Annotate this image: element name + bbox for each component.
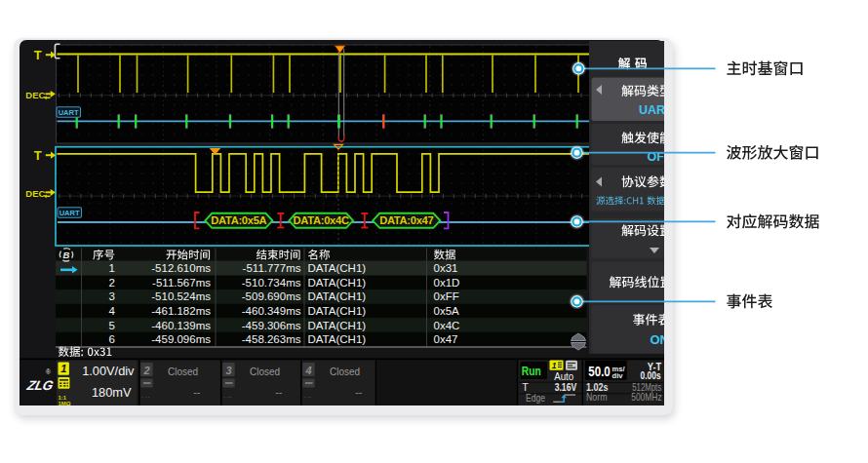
svg-text:4: 4 bbox=[304, 364, 311, 375]
svg-text:0x4C: 0x4C bbox=[434, 319, 460, 330]
svg-text:DATA(CH1): DATA(CH1) bbox=[308, 262, 367, 274]
svg-text:-512.610ms: -512.610ms bbox=[151, 262, 211, 274]
svg-text:1: 1 bbox=[552, 361, 557, 370]
svg-text:4: 4 bbox=[109, 305, 116, 317]
svg-text:3: 3 bbox=[109, 290, 115, 302]
svg-text:-459.096ms: -459.096ms bbox=[151, 333, 211, 345]
svg-text:OFF: OFF bbox=[648, 149, 665, 163]
svg-text:DATA(CH1): DATA(CH1) bbox=[308, 333, 367, 345]
svg-text:UART: UART bbox=[639, 103, 664, 117]
svg-text:--: -- bbox=[275, 386, 283, 398]
svg-text:-460.349ms: -460.349ms bbox=[242, 305, 301, 317]
svg-text:-510.734ms: -510.734ms bbox=[242, 276, 301, 288]
svg-text:5: 5 bbox=[109, 319, 115, 330]
svg-text:DATA:0x4C: DATA:0x4C bbox=[294, 214, 349, 226]
svg-text:Closed: Closed bbox=[168, 365, 198, 376]
svg-text:--: -- bbox=[193, 386, 201, 398]
svg-text:--: -- bbox=[355, 386, 363, 398]
svg-text:0x31: 0x31 bbox=[434, 262, 458, 274]
svg-text:500MHz: 500MHz bbox=[631, 391, 662, 403]
svg-text:1MΩ: 1MΩ bbox=[59, 400, 71, 405]
svg-text:Run: Run bbox=[522, 364, 541, 378]
svg-text:3: 3 bbox=[225, 364, 231, 375]
svg-text:DATA(CH1): DATA(CH1) bbox=[308, 290, 367, 302]
svg-text:· ··: · ·· bbox=[141, 393, 149, 400]
svg-text:DATA(CH1): DATA(CH1) bbox=[308, 319, 367, 330]
svg-text:-459.306ms: -459.306ms bbox=[242, 319, 301, 330]
svg-text:0x1D: 0x1D bbox=[434, 276, 460, 288]
svg-text:Edge: Edge bbox=[526, 392, 545, 404]
svg-text:T: T bbox=[34, 47, 42, 61]
svg-text:0xFF: 0xFF bbox=[434, 290, 459, 302]
svg-text:180mV: 180mV bbox=[92, 385, 132, 400]
svg-text:T: T bbox=[34, 147, 42, 162]
svg-text:· ··: · ·· bbox=[303, 393, 311, 400]
svg-text:-461.182ms: -461.182ms bbox=[151, 305, 211, 317]
svg-text:3.16V: 3.16V bbox=[555, 381, 577, 393]
svg-text:-510.524ms: -510.524ms bbox=[151, 290, 211, 302]
svg-text:ON: ON bbox=[651, 332, 665, 347]
svg-text:DEC: DEC bbox=[25, 187, 45, 198]
svg-text:Closed: Closed bbox=[250, 365, 280, 376]
svg-text:Norm: Norm bbox=[586, 391, 608, 403]
svg-text:2: 2 bbox=[109, 276, 115, 288]
svg-text:DEC: DEC bbox=[25, 89, 45, 99]
svg-text:Closed: Closed bbox=[330, 365, 360, 376]
svg-text:UART: UART bbox=[59, 209, 80, 217]
svg-text:2: 2 bbox=[142, 364, 149, 375]
svg-text:6: 6 bbox=[109, 333, 115, 345]
svg-text:Auto: Auto bbox=[554, 369, 573, 381]
svg-text:-511.567ms: -511.567ms bbox=[152, 276, 211, 288]
svg-text:0.00s: 0.00s bbox=[641, 367, 661, 381]
svg-text:-458.263ms: -458.263ms bbox=[242, 333, 301, 345]
svg-text:UART: UART bbox=[59, 108, 79, 117]
svg-text:1: 1 bbox=[60, 363, 66, 374]
svg-text:· ··: · ·· bbox=[223, 393, 231, 400]
svg-text:®: ® bbox=[46, 368, 51, 375]
svg-text:-511.777ms: -511.777ms bbox=[243, 262, 301, 274]
svg-text:50.0: 50.0 bbox=[588, 364, 611, 379]
svg-text:DATA(CH1): DATA(CH1) bbox=[308, 305, 367, 317]
svg-text:DATA:0x47: DATA:0x47 bbox=[379, 214, 433, 226]
svg-text:1.00V/div: 1.00V/div bbox=[82, 363, 135, 377]
svg-text:DATA:0x5A: DATA:0x5A bbox=[211, 214, 266, 226]
svg-text:DATA(CH1): DATA(CH1) bbox=[308, 276, 367, 288]
svg-text:div: div bbox=[612, 370, 624, 379]
svg-text:-509.690ms: -509.690ms bbox=[242, 290, 301, 302]
svg-text:B: B bbox=[63, 249, 70, 259]
svg-text:1: 1 bbox=[109, 262, 115, 274]
svg-text:0x47: 0x47 bbox=[434, 333, 458, 345]
svg-text:-460.139ms: -460.139ms bbox=[151, 319, 211, 330]
svg-text:ZLG: ZLG bbox=[24, 378, 55, 393]
svg-text:0x5A: 0x5A bbox=[434, 305, 460, 317]
